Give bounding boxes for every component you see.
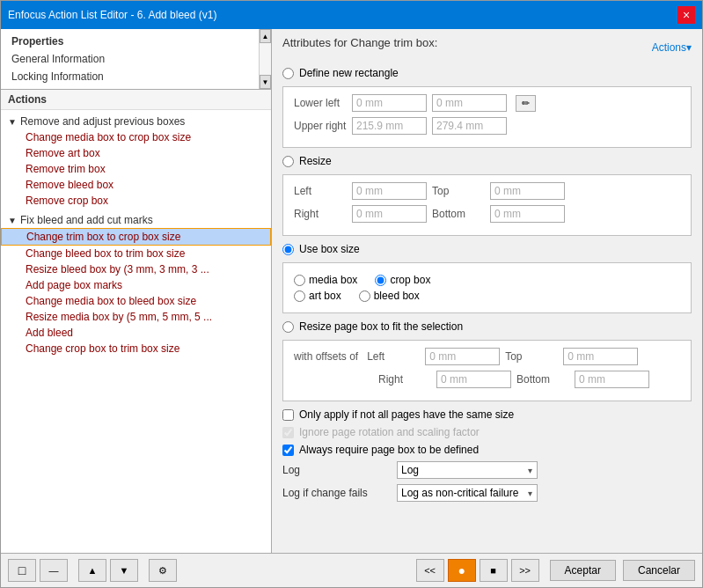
prev-prev-btn[interactable]: <<: [416, 559, 444, 582]
upper-right-input-1[interactable]: [352, 117, 427, 135]
resize-page-box-option: Resize page box to fit the selection: [282, 320, 692, 333]
group-header-2[interactable]: ▼ Fix bleed and add cut marks: [1, 212, 271, 228]
main-content: Properties General Information Locking I…: [1, 29, 702, 553]
media-box-opt[interactable]: media box: [294, 274, 357, 286]
use-box-size-label[interactable]: Use box size: [282, 243, 360, 255]
settings-btn[interactable]: ⚙: [149, 559, 177, 582]
offsets-left-input[interactable]: [425, 348, 500, 365]
offsets-bottom-label: Bottom: [516, 373, 569, 386]
use-box-size-option: Use box size: [282, 243, 692, 255]
bottom-input[interactable]: [490, 205, 565, 223]
ignore-rotation-checkbox[interactable]: [282, 427, 294, 438]
footer-buttons: Aceptar Cancelar: [550, 560, 695, 581]
always-require-checkbox[interactable]: [282, 445, 294, 456]
expand-arrow-2: ▼: [8, 216, 17, 225]
up-btn[interactable]: ▲: [78, 559, 106, 582]
crop-box-opt[interactable]: crop box: [375, 274, 430, 286]
dot-btn[interactable]: ●: [448, 559, 476, 582]
define-rect-label[interactable]: Define new rectangle: [282, 67, 399, 79]
lower-left-row: Lower left ✏: [294, 94, 680, 112]
lower-left-label: Lower left: [294, 97, 347, 109]
ignore-rotation-row: Ignore page rotation and scaling factor: [282, 426, 692, 438]
resize-page-box-radio[interactable]: [282, 321, 294, 333]
lower-left-input-1[interactable]: [352, 94, 427, 112]
upper-right-input-2[interactable]: [432, 117, 507, 135]
only-apply-checkbox[interactable]: [282, 409, 294, 421]
next-next-btn[interactable]: >>: [511, 559, 539, 582]
with-offsets-label: with offsets of: [294, 350, 358, 363]
always-require-label[interactable]: Always require page box to be defined: [282, 444, 479, 456]
leaf-remove-trim[interactable]: Remove trim box: [1, 161, 271, 177]
actions-dropdown-link[interactable]: Actions▾: [652, 41, 692, 54]
only-apply-label[interactable]: Only apply if not all pages have the sam…: [282, 408, 514, 421]
group-header-1[interactable]: ▼ Remove and adjust previous boxes: [1, 114, 271, 129]
log-select[interactable]: Log Don't log Log as error: [397, 461, 538, 479]
left-label: Left: [294, 185, 347, 197]
scroll-track: [260, 43, 271, 75]
bleed-box-radio[interactable]: [359, 290, 370, 302]
bleed-box-opt[interactable]: bleed box: [359, 290, 420, 302]
aceptar-button[interactable]: Aceptar: [550, 560, 616, 581]
right-input[interactable]: [352, 205, 427, 223]
top-input[interactable]: [490, 182, 565, 200]
title-bar: Enfocus Action List Editor - 6. Add blee…: [1, 1, 702, 29]
resize-page-box-fields: with offsets of Left Top Right Bottom: [282, 340, 692, 401]
rect-tool-btn[interactable]: ✏: [516, 95, 536, 112]
box-size-options: media box crop box art box bleed box: [282, 262, 692, 313]
resize-label[interactable]: Resize: [282, 155, 332, 167]
leaf-change-crop-trim[interactable]: Change crop box to trim box size: [1, 341, 271, 356]
box-row-2: art box bleed box: [294, 290, 680, 302]
down-btn[interactable]: ▼: [110, 559, 138, 582]
offsets-top-input[interactable]: [563, 348, 638, 365]
leaf-resize-bleed[interactable]: Resize bleed box by (3 mm, 3 mm, 3 ...: [1, 261, 271, 277]
add-btn[interactable]: □: [8, 559, 36, 582]
leaf-change-media[interactable]: Change media box to crop box size: [1, 129, 271, 145]
cancelar-button[interactable]: Cancelar: [623, 560, 695, 581]
lower-left-input-2[interactable]: [432, 94, 507, 112]
resize-page-box-label[interactable]: Resize page box to fit the selection: [282, 320, 463, 333]
offsets-bottom-input[interactable]: [575, 371, 649, 388]
leaf-resize-media[interactable]: Resize media box by (5 mm, 5 mm, 5 ...: [1, 309, 271, 325]
offsets-right-label: Right: [378, 373, 431, 386]
top-label: Top: [432, 185, 485, 197]
left-top-row: Left Top: [294, 182, 680, 200]
leaf-remove-bleed[interactable]: Remove bleed box: [1, 177, 271, 193]
leaf-remove-crop[interactable]: Remove crop box: [1, 193, 271, 209]
leaf-change-bleed-trim[interactable]: Change bleed box to trim box size: [1, 246, 271, 261]
leaf-change-media-bleed[interactable]: Change media box to bleed box size: [1, 293, 271, 309]
expand-arrow-1: ▼: [8, 117, 17, 127]
left-input[interactable]: [352, 182, 427, 200]
log-select-wrapper: Log Don't log Log as error: [397, 461, 538, 479]
art-box-opt[interactable]: art box: [294, 290, 341, 302]
define-rect-option: Define new rectangle: [282, 67, 692, 79]
resize-radio[interactable]: [282, 156, 294, 167]
box-row-1: media box crop box: [294, 274, 680, 286]
properties-section: Properties General Information Locking I…: [1, 29, 271, 90]
bottom-toolbar: □ — ▲ ▼ ⚙ << ●: [1, 553, 702, 587]
scroll-down-btn[interactable]: ▼: [260, 75, 271, 89]
media-box-radio[interactable]: [294, 275, 305, 286]
sidebar-item-locking[interactable]: Locking Information: [1, 68, 271, 85]
leaf-add-bleed[interactable]: Add bleed: [1, 325, 271, 341]
only-apply-row: Only apply if not all pages have the sam…: [282, 408, 692, 421]
use-box-size-radio[interactable]: [282, 244, 294, 255]
leaf-add-page-marks[interactable]: Add page box marks: [1, 277, 271, 293]
right-label: Right: [294, 208, 347, 220]
leaf-change-trim-crop[interactable]: Change trim box to crop box size: [1, 228, 271, 246]
close-button[interactable]: ×: [677, 6, 695, 24]
leaf-remove-art[interactable]: Remove art box: [1, 145, 271, 161]
window-title: Enfocus Action List Editor - 6. Add blee…: [8, 9, 216, 21]
log-fails-select[interactable]: Log as non-critical failure Log as error…: [397, 484, 538, 502]
offsets-left-label: Left: [367, 350, 420, 363]
scroll-up-btn[interactable]: ▲: [260, 29, 271, 43]
crop-box-radio[interactable]: [375, 275, 386, 286]
art-box-radio[interactable]: [294, 290, 305, 302]
offsets-top-label: Top: [505, 350, 558, 363]
square-btn[interactable]: ■: [480, 559, 508, 582]
add-icon: □: [18, 563, 26, 577]
define-rect-radio[interactable]: [282, 68, 294, 79]
remove-btn[interactable]: —: [40, 559, 68, 582]
settings-icon: ⚙: [158, 565, 167, 577]
sidebar-item-general[interactable]: General Information: [1, 50, 271, 68]
offsets-right-input[interactable]: [436, 371, 511, 388]
